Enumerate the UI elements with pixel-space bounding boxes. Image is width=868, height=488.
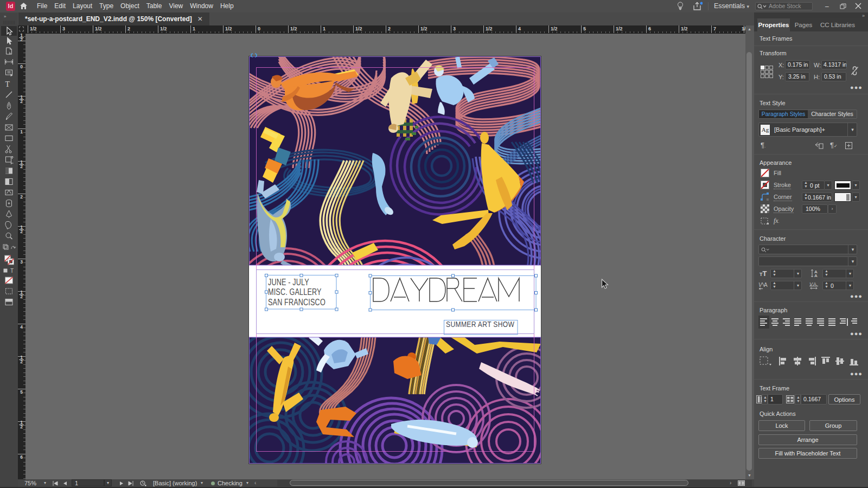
svg-text:SAN FRANCISCO: SAN FRANCISCO	[268, 298, 326, 307]
svg-text:A: A	[814, 273, 818, 278]
svg-text:T: T	[5, 80, 10, 88]
svg-text:JUNE - JULY: JUNE - JULY	[268, 278, 309, 287]
svg-text:A: A	[764, 282, 768, 288]
svg-text:SUMMER ART SHOW: SUMMER ART SHOW	[446, 320, 514, 329]
svg-text:MISC. GALLERY: MISC. GALLERY	[268, 287, 322, 297]
svg-text:T: T	[10, 268, 14, 274]
